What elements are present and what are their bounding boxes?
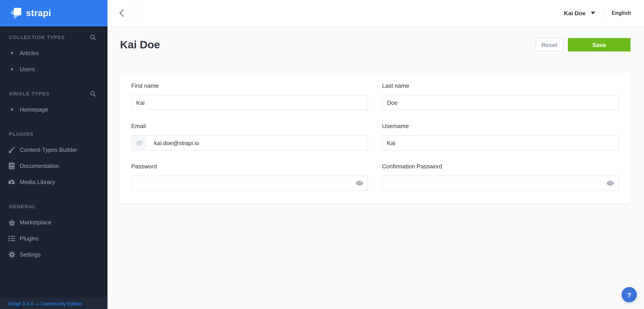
username-label: Username — [382, 122, 619, 130]
section-title-collection-types: COLLECTION TYPES — [9, 34, 65, 40]
gear-icon — [7, 251, 16, 258]
nav-section-collection-types: COLLECTION TYPES Articles — [0, 33, 108, 77]
chevron-left-icon — [119, 9, 124, 17]
eye-icon — [606, 180, 614, 186]
sidebar: strapi COLLECTION TYPES — [0, 0, 108, 309]
nav-section-general: GENERAL Marketplac — [0, 202, 108, 262]
save-button[interactable]: Save — [568, 38, 630, 52]
sidebar-item-label: Documentation — [20, 162, 59, 169]
sidebar-item-label: Media Library — [20, 178, 55, 185]
email-input[interactable] — [131, 135, 368, 150]
help-button[interactable]: ? — [622, 287, 637, 302]
field-password: Password — [131, 162, 368, 191]
nav-section-single-types: SINGLE TYPES Homepage — [0, 90, 108, 117]
user-form-card: First name Last name Email @ — [120, 73, 630, 203]
bullet-icon — [7, 108, 16, 110]
field-last-name: Last name — [382, 82, 619, 110]
sidebar-item-settings[interactable]: Settings — [0, 246, 108, 262]
at-sign-icon: @ — [132, 136, 147, 150]
strapi-logo[interactable]: strapi — [0, 0, 108, 26]
strapi-logo-text: strapi — [26, 8, 51, 18]
sidebar-item-marketplace[interactable]: Marketplace — [0, 214, 108, 230]
last-name-input[interactable] — [382, 95, 619, 110]
user-name: Kai Doe — [564, 10, 586, 16]
bullet-icon — [7, 68, 16, 70]
first-name-input[interactable] — [131, 95, 368, 110]
nav-section-plugins: PLUGINS Content-Types Builder — [0, 130, 108, 190]
sidebar-item-label: Users — [20, 66, 35, 72]
user-menu[interactable]: Kai Doe — [564, 10, 595, 16]
sidebar-item-homepage[interactable]: Homepage — [0, 101, 108, 117]
section-title-plugins: PLUGINS — [9, 131, 34, 136]
paintbrush-icon — [7, 146, 16, 153]
top-bar: Kai Doe English — [108, 0, 644, 26]
field-first-name: First name — [131, 82, 368, 110]
search-icon[interactable] — [90, 91, 96, 96]
confirmation-password-label: Confirmation Password — [382, 162, 619, 170]
main-content: Kai Doe Reset Save First name Last name — [108, 27, 644, 309]
sidebar-item-label: Plugins — [20, 235, 39, 242]
email-label: Email — [131, 122, 368, 130]
field-username: Username — [382, 122, 619, 150]
sidebar-footer: Strapi 3.3.4 — Community Edition — [0, 298, 108, 309]
section-title-general: GENERAL — [9, 204, 36, 209]
username-input[interactable] — [382, 135, 619, 150]
sidebar-item-users[interactable]: Users — [0, 61, 108, 77]
language-selector[interactable]: English — [612, 10, 631, 16]
sidebar-item-plugins[interactable]: Plugins — [0, 230, 108, 246]
sidebar-item-documentation[interactable]: Documentation — [0, 158, 108, 174]
page-title: Kai Doe — [120, 38, 160, 51]
search-icon[interactable] — [90, 34, 96, 40]
sidebar-item-label: Content-Types Builder — [20, 146, 77, 153]
reset-button[interactable]: Reset — [535, 38, 564, 52]
show-password-button[interactable] — [356, 180, 363, 186]
topbar-divider — [604, 8, 604, 18]
book-icon — [7, 162, 16, 169]
show-confirmation-password-button[interactable] — [606, 180, 614, 186]
field-email: Email @ — [131, 122, 368, 150]
chevron-down-icon — [590, 12, 595, 14]
sidebar-item-articles[interactable]: Articles — [0, 45, 108, 61]
password-input[interactable] — [131, 176, 368, 191]
sidebar-item-label: Homepage — [20, 106, 48, 113]
bullet-icon — [7, 52, 16, 54]
strapi-admin-app: strapi COLLECTION TYPES — [0, 0, 644, 309]
basket-icon — [7, 219, 16, 226]
sidebar-item-label: Articles — [20, 50, 39, 56]
back-button[interactable] — [108, 0, 136, 26]
sidebar-item-content-types-builder[interactable]: Content-Types Builder — [0, 142, 108, 158]
last-name-label: Last name — [382, 82, 619, 90]
sidebar-item-label: Marketplace — [20, 219, 52, 226]
cloud-upload-icon — [7, 179, 16, 184]
sidebar-nav: COLLECTION TYPES Articles — [0, 26, 108, 262]
first-name-label: First name — [131, 82, 368, 90]
eye-icon — [356, 180, 363, 186]
sidebar-item-media-library[interactable]: Media Library — [0, 174, 108, 190]
password-label: Password — [131, 162, 368, 170]
field-confirmation-password: Confirmation Password — [382, 162, 619, 191]
strapi-logo-icon — [10, 7, 22, 19]
section-title-single-types: SINGLE TYPES — [9, 91, 50, 96]
sidebar-item-label: Settings — [20, 251, 41, 258]
list-icon — [7, 235, 16, 241]
strapi-version-link[interactable]: Strapi 3.3.4 — Community Edition — [8, 301, 82, 306]
confirmation-password-input[interactable] — [382, 176, 619, 191]
